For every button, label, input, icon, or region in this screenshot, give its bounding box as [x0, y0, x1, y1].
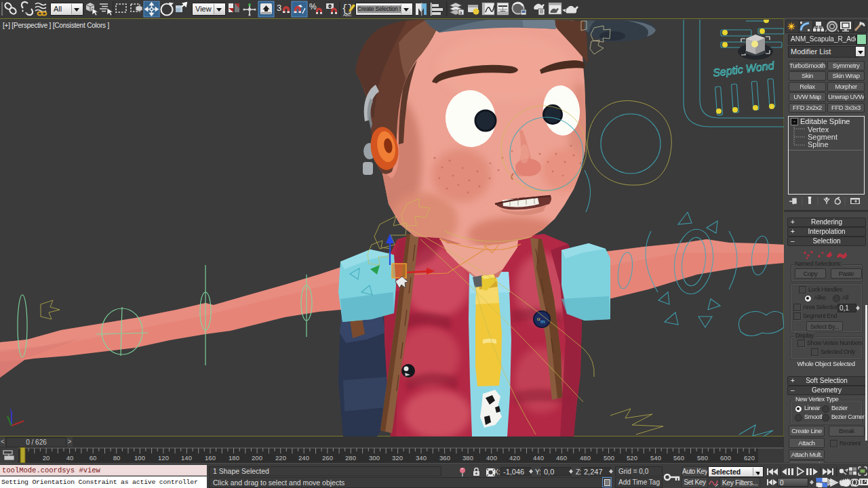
svg-text:460: 460	[556, 454, 567, 462]
svg-text:440: 440	[533, 454, 544, 462]
svg-text:Septic Wond: Septic Wond	[712, 60, 775, 79]
svg-text:z: z	[9, 407, 12, 412]
svg-text:140: 140	[181, 454, 192, 462]
svg-text:480: 480	[580, 454, 591, 462]
svg-text:540: 540	[650, 454, 661, 462]
svg-text:280: 280	[345, 454, 356, 462]
svg-text:m: m	[540, 319, 545, 325]
svg-text:3: 3	[277, 3, 281, 13]
svg-text:560: 560	[673, 454, 684, 462]
svg-text:260: 260	[322, 454, 333, 462]
svg-text:a: a	[460, 10, 462, 15]
svg-text:340: 340	[416, 454, 427, 462]
svg-text:ABC: ABC	[343, 13, 352, 17]
svg-text:160: 160	[205, 454, 216, 462]
svg-text:520: 520	[627, 454, 637, 462]
svg-text:u: u	[537, 316, 540, 322]
svg-text:180: 180	[229, 454, 239, 462]
svg-text:80: 80	[113, 454, 121, 462]
svg-text:320: 320	[392, 454, 403, 462]
svg-text:500: 500	[604, 454, 614, 462]
svg-text:300: 300	[369, 454, 380, 462]
svg-text:580: 580	[697, 454, 708, 462]
svg-text:20: 20	[43, 454, 50, 462]
svg-text:200: 200	[252, 454, 262, 462]
svg-text:40: 40	[66, 454, 74, 462]
svg-text:220: 220	[275, 454, 286, 462]
svg-text:%: %	[309, 2, 317, 12]
svg-text:400: 400	[486, 454, 497, 462]
svg-text:60: 60	[90, 454, 97, 462]
svg-text:600: 600	[720, 454, 731, 462]
svg-text:380: 380	[462, 454, 473, 462]
svg-text:100: 100	[134, 454, 145, 462]
svg-text:620: 620	[744, 454, 755, 462]
svg-text:420: 420	[509, 454, 520, 462]
svg-text:120: 120	[158, 454, 169, 462]
svg-text:360: 360	[439, 454, 450, 462]
svg-text:240: 240	[298, 454, 309, 462]
